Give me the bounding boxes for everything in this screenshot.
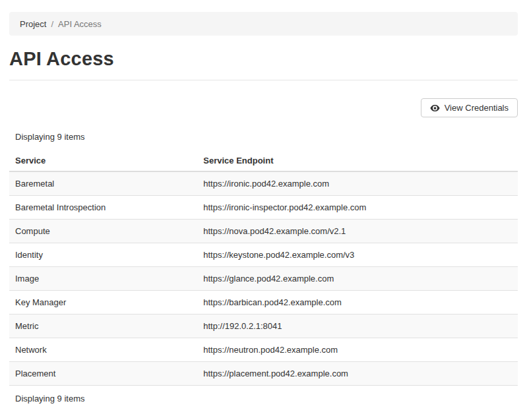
table-count-top: Displaying 9 items [9, 132, 518, 142]
breadcrumb-separator: / [51, 19, 53, 29]
table-row: Baremetal Introspection https://ironic-i… [9, 196, 518, 220]
view-credentials-label: View Credentials [445, 103, 509, 113]
service-endpoint-cell: https://barbican.pod42.example.com [197, 291, 518, 315]
service-endpoint-cell: https://placement.pod42.example.com [197, 362, 518, 386]
table-count-bottom: Displaying 9 items [9, 394, 518, 404]
api-endpoints-table: Service Service Endpoint Baremetal https… [9, 150, 518, 386]
api-access-page: Project / API Access API Access View Cre… [0, 12, 527, 404]
table-row: Baremetal https://ironic.pod42.example.c… [9, 171, 518, 196]
table-row: Network https://neutron.pod42.example.co… [9, 338, 518, 362]
table-header: Service Service Endpoint [9, 150, 518, 171]
table-row: Metric http://192.0.2.1:8041 [9, 315, 518, 338]
view-credentials-button[interactable]: View Credentials [421, 98, 518, 117]
service-name-cell: Network [9, 338, 197, 362]
table-actions: View Credentials [9, 98, 518, 117]
table-body: Baremetal https://ironic.pod42.example.c… [9, 171, 518, 386]
table-row: Identity https://keystone.pod42.example.… [9, 243, 518, 267]
table-row: Image https://glance.pod42.example.com [9, 267, 518, 291]
service-endpoint-cell: https://neutron.pod42.example.com [197, 338, 518, 362]
breadcrumb-item-project[interactable]: Project [20, 19, 46, 29]
table-row: Compute https://nova.pod42.example.com/v… [9, 220, 518, 243]
service-endpoint-cell: https://keystone.pod42.example.com/v3 [197, 243, 518, 267]
service-name-cell: Compute [9, 220, 197, 243]
service-endpoint-cell: https://ironic-inspector.pod42.example.c… [197, 196, 518, 220]
column-header-service-endpoint: Service Endpoint [197, 150, 518, 171]
service-name-cell: Baremetal [9, 171, 197, 196]
service-name-cell: Placement [9, 362, 197, 386]
service-endpoint-cell: https://glance.pod42.example.com [197, 267, 518, 291]
page-title: API Access [9, 48, 518, 70]
service-endpoint-cell: https://ironic.pod42.example.com [197, 171, 518, 196]
eye-icon [430, 104, 440, 112]
breadcrumb-item-api-access: API Access [58, 19, 102, 29]
service-name-cell: Identity [9, 243, 197, 267]
service-endpoint-cell: https://nova.pod42.example.com/v2.1 [197, 220, 518, 243]
title-divider [9, 80, 518, 80]
service-name-cell: Metric [9, 315, 197, 338]
service-name-cell: Baremetal Introspection [9, 196, 197, 220]
service-name-cell: Image [9, 267, 197, 291]
column-header-service: Service [9, 150, 197, 171]
breadcrumb: Project / API Access [9, 12, 518, 36]
service-endpoint-cell: http://192.0.2.1:8041 [197, 315, 518, 338]
table-row: Key Manager https://barbican.pod42.examp… [9, 291, 518, 315]
table-row: Placement https://placement.pod42.exampl… [9, 362, 518, 386]
service-name-cell: Key Manager [9, 291, 197, 315]
